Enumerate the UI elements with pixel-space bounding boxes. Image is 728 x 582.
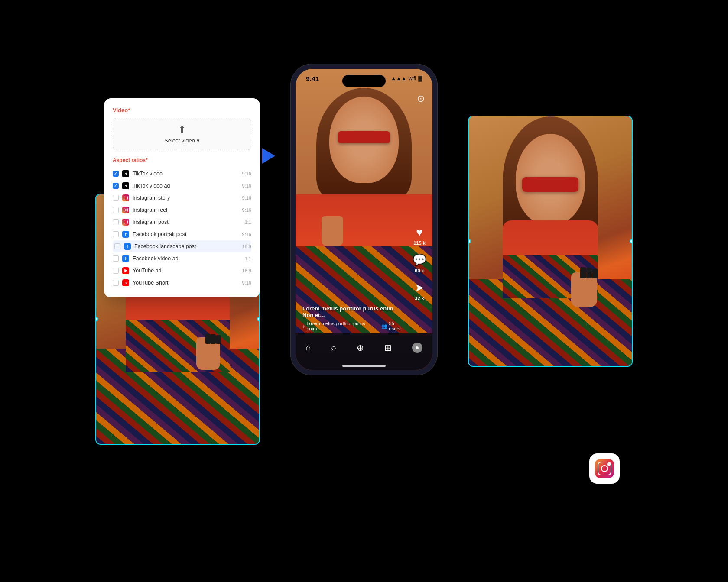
like-button[interactable]: ♥ 115 k (413, 226, 426, 246)
right-selection-handle-tr[interactable] (630, 116, 633, 119)
aspect-label-instagram-post: Instagram post (133, 219, 169, 225)
aspect-label-youtube-short: YouTube Short (133, 280, 168, 286)
instagram-badge (589, 453, 620, 484)
signal-icon: ▲▲▲ (391, 75, 406, 81)
like-count: 115 k (413, 240, 426, 246)
search-icon: ⌕ (331, 343, 336, 352)
status-icons: ▲▲▲ wifi ▓ (391, 75, 422, 81)
aspect-ratio-youtube-ad: 16:9 (242, 268, 251, 273)
instagram-story-icon (122, 194, 129, 201)
facebook-portrait-icon: f (122, 231, 129, 238)
instagram-logo (595, 459, 614, 478)
aspect-ratio-instagram-story: 9:16 (242, 195, 251, 200)
tiktok-icon-2: d (122, 182, 129, 189)
instagram-post-icon (122, 219, 129, 226)
checkbox-tiktok-video[interactable] (113, 171, 119, 177)
checkbox-tiktok-video-ad[interactable] (113, 183, 119, 189)
checkbox-facebook-portrait[interactable] (113, 231, 119, 237)
share-count: 32 k (415, 296, 424, 301)
nav-search[interactable]: ⌕ (331, 343, 336, 352)
selection-handle-mr[interactable] (257, 317, 260, 321)
wifi-icon: wifi (409, 75, 416, 81)
aspect-label-youtube-ad: YouTube ad (133, 268, 162, 274)
aspect-ratios-label: Aspect ratios* (113, 157, 251, 163)
nav-inbox[interactable]: ⊞ (384, 343, 392, 353)
comment-count: 60 k (415, 268, 424, 273)
checkbox-instagram-reel[interactable] (113, 207, 119, 213)
aspect-item-tiktok-video[interactable]: d TikTok video 9:16 (113, 168, 251, 180)
share-icon: ➤ (415, 281, 424, 294)
comment-icon: 💬 (413, 253, 426, 267)
aspect-ratio-tiktok-ad: 9:16 (242, 183, 251, 188)
nav-profile[interactable]: ● (412, 343, 422, 353)
checkbox-instagram-story[interactable] (113, 195, 119, 201)
nav-create[interactable]: ⊕ (357, 343, 364, 353)
checkbox-youtube-ad[interactable] (113, 268, 119, 274)
select-video-label: Select video ▾ (164, 137, 200, 144)
aspect-label-facebook-video-ad: Facebook video ad (133, 255, 179, 262)
aspect-ratios-list: d TikTok video 9:16 d TikTok video ad 9:… (113, 168, 251, 289)
aspect-label-tiktok-ad: TikTok video ad (133, 183, 170, 189)
aspect-ratio-tiktok-video: 9:16 (242, 171, 251, 176)
home-icon: ⌂ (306, 343, 311, 352)
profile-icon: ● (412, 343, 422, 353)
checkbox-instagram-post[interactable] (113, 219, 119, 225)
instagram-reel-icon (122, 207, 129, 213)
video-music: ♪ Lorem metus porttitor purus enim. (302, 321, 376, 331)
video-meta: ♪ Lorem metus porttitor purus enim. 👥 55… (302, 321, 406, 331)
phone-actions: ♥ 115 k 💬 60 k ➤ 32 k (413, 226, 426, 301)
youtube-short-icon: S (122, 279, 129, 286)
aspect-item-instagram-story[interactable]: Instagram story 9:16 (113, 192, 251, 204)
aspect-item-youtube-ad[interactable]: YouTube ad 16:9 (113, 265, 251, 277)
aspect-ratio-facebook-portrait: 9:16 (242, 232, 251, 237)
tiktok-icon: d (122, 170, 129, 177)
aspect-ratio-instagram-post: 1:1 (245, 220, 251, 225)
aspect-item-youtube-short[interactable]: S YouTube Short 9:16 (113, 277, 251, 289)
aspect-item-facebook-portrait[interactable]: f Facebook portrait post 9:16 (113, 228, 251, 240)
aspect-item-facebook-landscape[interactable]: f Facebook landscape post 16:9 (113, 240, 251, 252)
select-video-button[interactable]: ⬆ Select video ▾ (113, 118, 251, 150)
cursor-arrow (262, 148, 275, 164)
phone-nav-bar: ⌂ ⌕ ⊕ ⊞ ● (296, 333, 432, 370)
aspect-label-instagram-story: Instagram story (133, 195, 170, 201)
battery-icon: ▓ (418, 75, 422, 81)
checkbox-facebook-video-ad[interactable] (113, 255, 119, 262)
aspect-ratio-facebook-video-ad: 1:1 (245, 256, 251, 261)
video-field-label: Video* (113, 107, 251, 113)
right-selection-handle-mr[interactable] (630, 239, 633, 243)
users-icon: 👥 (381, 323, 387, 329)
video-users: 👥 55 users (381, 321, 406, 331)
music-note-icon: ♪ (302, 323, 305, 329)
share-button[interactable]: ➤ 32 k (415, 281, 424, 301)
aspect-item-instagram-reel[interactable]: Instagram reel 9:16 (113, 204, 251, 216)
video-title: Lorem metus porttitor purus enim. Non et… (302, 305, 406, 318)
status-time: 9:41 (306, 75, 319, 82)
status-bar: 9:41 ▲▲▲ wifi ▓ (296, 69, 432, 88)
camera-icon: ⊙ (417, 93, 425, 104)
checkbox-facebook-landscape[interactable] (114, 243, 120, 249)
aspect-label-tiktok-video: TikTok video (133, 171, 162, 177)
video-info-overlay: Lorem metus porttitor purus enim. Non et… (302, 305, 406, 331)
form-card: Video* ⬆ Select video ▾ Aspect ratios* d… (104, 98, 260, 297)
inbox-icon: ⊞ (384, 343, 392, 353)
aspect-label-facebook-landscape: Facebook landscape post (134, 243, 196, 249)
heart-icon: ♥ (416, 226, 422, 239)
home-indicator (342, 365, 386, 367)
aspect-ratio-instagram-reel: 9:16 (242, 207, 251, 213)
checkbox-youtube-short[interactable] (113, 280, 119, 286)
aspect-item-facebook-video-ad[interactable]: f Facebook video ad 1:1 (113, 252, 251, 265)
nav-home[interactable]: ⌂ (306, 343, 311, 352)
aspect-ratio-facebook-landscape: 16:9 (242, 244, 251, 249)
facebook-video-ad-icon: f (122, 255, 129, 262)
plus-icon: ⊕ (357, 343, 364, 353)
upload-icon: ⬆ (178, 124, 186, 136)
aspect-label-instagram-reel: Instagram reel (133, 207, 167, 213)
aspect-item-tiktok-video-ad[interactable]: d TikTok video ad 9:16 (113, 180, 251, 192)
comment-button[interactable]: 💬 60 k (413, 253, 426, 273)
facebook-landscape-icon: f (124, 243, 131, 250)
aspect-item-instagram-post[interactable]: Instagram post 1:1 (113, 216, 251, 228)
right-preview-image (468, 116, 633, 367)
aspect-ratio-youtube-short: 9:16 (242, 280, 251, 285)
instagram-camera-body (601, 465, 608, 472)
youtube-ad-icon (122, 267, 129, 274)
